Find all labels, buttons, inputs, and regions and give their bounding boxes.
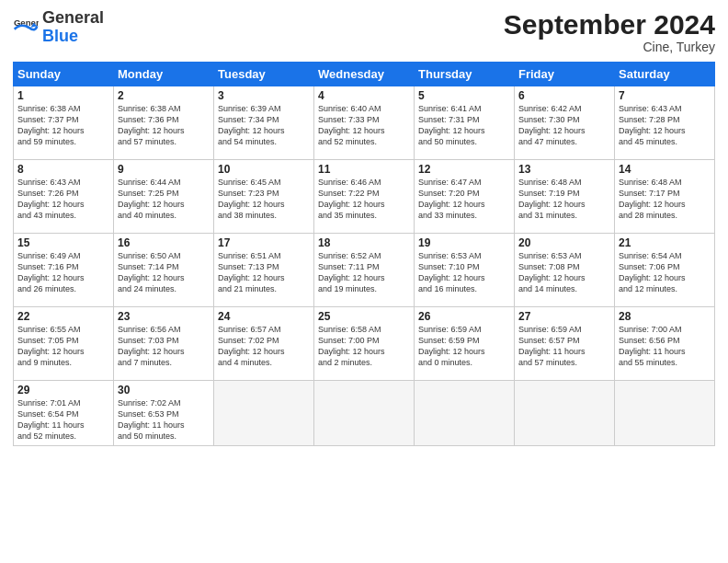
calendar-cell — [415, 381, 515, 446]
calendar-cell: 21Sunrise: 6:54 AMSunset: 7:06 PMDayligh… — [615, 234, 715, 307]
calendar-cell: 28Sunrise: 7:00 AMSunset: 6:56 PMDayligh… — [615, 307, 715, 381]
day-number: 6 — [518, 89, 610, 102]
month-title: September 2024 — [504, 9, 715, 40]
calendar-cell: 18Sunrise: 6:52 AMSunset: 7:11 PMDayligh… — [314, 234, 415, 307]
calendar-row-5: 29Sunrise: 7:01 AMSunset: 6:54 PMDayligh… — [14, 381, 715, 446]
title-block: September 2024 Cine, Turkey — [504, 9, 715, 54]
day-number: 10 — [218, 163, 310, 176]
cell-sun-info: Sunrise: 7:01 AMSunset: 6:54 PMDaylight:… — [17, 397, 109, 442]
calendar-cell: 23Sunrise: 6:56 AMSunset: 7:03 PMDayligh… — [114, 307, 214, 381]
cell-sun-info: Sunrise: 6:43 AMSunset: 7:28 PMDaylight:… — [619, 103, 711, 148]
day-number: 7 — [619, 89, 711, 102]
day-number: 27 — [518, 310, 610, 323]
day-number: 11 — [318, 163, 410, 176]
col-header-thursday: Thursday — [415, 63, 515, 86]
cell-sun-info: Sunrise: 7:02 AMSunset: 6:53 PMDaylight:… — [118, 397, 210, 442]
calendar-cell — [214, 381, 314, 446]
logo-text: General Blue — [42, 9, 104, 46]
day-number: 16 — [118, 236, 210, 249]
cell-sun-info: Sunrise: 6:55 AMSunset: 7:05 PMDaylight:… — [17, 324, 109, 369]
cell-sun-info: Sunrise: 6:48 AMSunset: 7:19 PMDaylight:… — [518, 177, 610, 222]
header: General General Blue September 2024 Cine… — [13, 9, 715, 54]
calendar-cell: 1Sunrise: 6:38 AMSunset: 7:37 PMDaylight… — [14, 86, 114, 160]
col-header-friday: Friday — [515, 63, 615, 86]
calendar-cell: 5Sunrise: 6:41 AMSunset: 7:31 PMDaylight… — [415, 86, 515, 160]
calendar-cell: 8Sunrise: 6:43 AMSunset: 7:26 PMDaylight… — [14, 160, 114, 234]
calendar-cell: 27Sunrise: 6:59 AMSunset: 6:57 PMDayligh… — [515, 307, 615, 381]
col-header-wednesday: Wednesday — [314, 63, 415, 86]
day-number: 4 — [318, 89, 410, 102]
day-number: 29 — [17, 384, 109, 396]
calendar-cell: 30Sunrise: 7:02 AMSunset: 6:53 PMDayligh… — [114, 381, 214, 446]
calendar-cell: 6Sunrise: 6:42 AMSunset: 7:30 PMDaylight… — [515, 86, 615, 160]
day-number: 25 — [318, 310, 410, 323]
calendar-cell: 11Sunrise: 6:46 AMSunset: 7:22 PMDayligh… — [314, 160, 415, 234]
day-number: 24 — [218, 310, 310, 323]
logo: General General Blue — [13, 9, 104, 46]
cell-sun-info: Sunrise: 6:38 AMSunset: 7:36 PMDaylight:… — [118, 103, 210, 148]
day-number: 1 — [17, 89, 109, 102]
day-number: 9 — [118, 163, 210, 176]
calendar-cell: 12Sunrise: 6:47 AMSunset: 7:20 PMDayligh… — [415, 160, 515, 234]
calendar-cell: 2Sunrise: 6:38 AMSunset: 7:36 PMDaylight… — [114, 86, 214, 160]
cell-sun-info: Sunrise: 6:53 AMSunset: 7:08 PMDaylight:… — [518, 250, 610, 295]
calendar-cell: 26Sunrise: 6:59 AMSunset: 6:59 PMDayligh… — [415, 307, 515, 381]
cell-sun-info: Sunrise: 6:51 AMSunset: 7:13 PMDaylight:… — [218, 250, 310, 295]
calendar-cell: 20Sunrise: 6:53 AMSunset: 7:08 PMDayligh… — [515, 234, 615, 307]
cell-sun-info: Sunrise: 6:44 AMSunset: 7:25 PMDaylight:… — [118, 177, 210, 222]
calendar-cell: 15Sunrise: 6:49 AMSunset: 7:16 PMDayligh… — [14, 234, 114, 307]
cell-sun-info: Sunrise: 6:52 AMSunset: 7:11 PMDaylight:… — [318, 250, 410, 295]
day-number: 13 — [518, 163, 610, 176]
col-header-tuesday: Tuesday — [214, 63, 314, 86]
cell-sun-info: Sunrise: 6:56 AMSunset: 7:03 PMDaylight:… — [118, 324, 210, 369]
calendar-cell: 24Sunrise: 6:57 AMSunset: 7:02 PMDayligh… — [214, 307, 314, 381]
calendar-table: SundayMondayTuesdayWednesdayThursdayFrid… — [13, 62, 715, 446]
calendar-cell: 13Sunrise: 6:48 AMSunset: 7:19 PMDayligh… — [515, 160, 615, 234]
cell-sun-info: Sunrise: 6:47 AMSunset: 7:20 PMDaylight:… — [418, 177, 510, 222]
logo-general: General — [42, 8, 104, 27]
cell-sun-info: Sunrise: 6:40 AMSunset: 7:33 PMDaylight:… — [318, 103, 410, 148]
day-number: 2 — [118, 89, 210, 102]
calendar-cell — [314, 381, 415, 446]
calendar-cell: 7Sunrise: 6:43 AMSunset: 7:28 PMDaylight… — [615, 86, 715, 160]
cell-sun-info: Sunrise: 6:46 AMSunset: 7:22 PMDaylight:… — [318, 177, 410, 222]
day-number: 12 — [418, 163, 510, 176]
day-number: 23 — [118, 310, 210, 323]
cell-sun-info: Sunrise: 6:59 AMSunset: 6:59 PMDaylight:… — [418, 324, 510, 369]
calendar-row-2: 8Sunrise: 6:43 AMSunset: 7:26 PMDaylight… — [14, 160, 715, 234]
cell-sun-info: Sunrise: 6:42 AMSunset: 7:30 PMDaylight:… — [518, 103, 610, 148]
logo-blue: Blue — [42, 27, 78, 45]
day-number: 15 — [17, 236, 109, 249]
calendar-cell: 10Sunrise: 6:45 AMSunset: 7:23 PMDayligh… — [214, 160, 314, 234]
day-number: 14 — [619, 163, 711, 176]
calendar-cell — [615, 381, 715, 446]
col-header-monday: Monday — [114, 63, 214, 86]
cell-sun-info: Sunrise: 6:58 AMSunset: 7:00 PMDaylight:… — [318, 324, 410, 369]
calendar-cell: 22Sunrise: 6:55 AMSunset: 7:05 PMDayligh… — [14, 307, 114, 381]
cell-sun-info: Sunrise: 6:53 AMSunset: 7:10 PMDaylight:… — [418, 250, 510, 295]
day-number: 8 — [17, 163, 109, 176]
location: Cine, Turkey — [504, 40, 715, 54]
calendar-header-row: SundayMondayTuesdayWednesdayThursdayFrid… — [14, 63, 715, 86]
calendar-cell: 16Sunrise: 6:50 AMSunset: 7:14 PMDayligh… — [114, 234, 214, 307]
calendar-cell: 29Sunrise: 7:01 AMSunset: 6:54 PMDayligh… — [14, 381, 114, 446]
day-number: 18 — [318, 236, 410, 249]
day-number: 19 — [418, 236, 510, 249]
cell-sun-info: Sunrise: 6:41 AMSunset: 7:31 PMDaylight:… — [418, 103, 510, 148]
logo-icon: General — [13, 15, 39, 40]
cell-sun-info: Sunrise: 6:54 AMSunset: 7:06 PMDaylight:… — [619, 250, 711, 295]
main-container: General General Blue September 2024 Cine… — [0, 0, 728, 455]
day-number: 26 — [418, 310, 510, 323]
calendar-cell: 3Sunrise: 6:39 AMSunset: 7:34 PMDaylight… — [214, 86, 314, 160]
cell-sun-info: Sunrise: 6:48 AMSunset: 7:17 PMDaylight:… — [619, 177, 711, 222]
day-number: 3 — [218, 89, 310, 102]
calendar-cell: 17Sunrise: 6:51 AMSunset: 7:13 PMDayligh… — [214, 234, 314, 307]
day-number: 5 — [418, 89, 510, 102]
calendar-cell: 19Sunrise: 6:53 AMSunset: 7:10 PMDayligh… — [415, 234, 515, 307]
cell-sun-info: Sunrise: 6:59 AMSunset: 6:57 PMDaylight:… — [518, 324, 610, 369]
calendar-row-1: 1Sunrise: 6:38 AMSunset: 7:37 PMDaylight… — [14, 86, 715, 160]
cell-sun-info: Sunrise: 7:00 AMSunset: 6:56 PMDaylight:… — [619, 324, 711, 369]
day-number: 22 — [17, 310, 109, 323]
calendar-cell: 9Sunrise: 6:44 AMSunset: 7:25 PMDaylight… — [114, 160, 214, 234]
cell-sun-info: Sunrise: 6:38 AMSunset: 7:37 PMDaylight:… — [17, 103, 109, 148]
